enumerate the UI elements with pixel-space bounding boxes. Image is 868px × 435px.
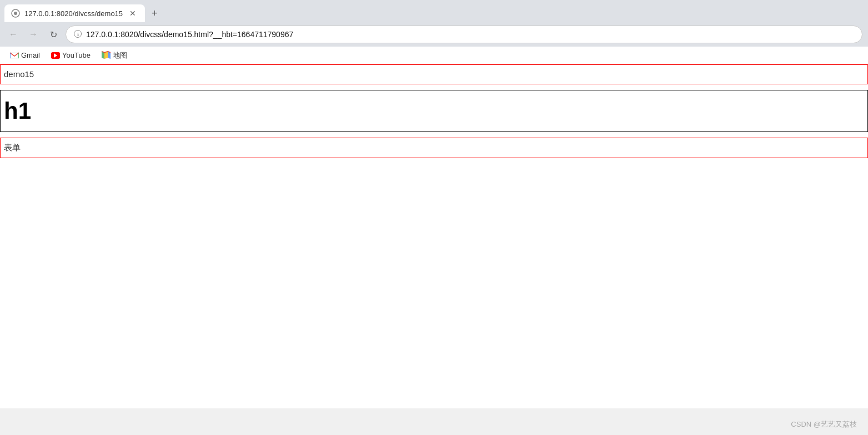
bookmark-gmail-label: Gmail [21, 51, 40, 59]
bookmark-maps[interactable]: 地图 [97, 49, 132, 62]
browser-chrome: 127.0.0.1:8020/divcss/demo15 ✕ + ← → ↻ ℹ… [0, 0, 868, 64]
page-content: demo15 h1 表单 [0, 64, 868, 408]
tab-bar: 127.0.0.1:8020/divcss/demo15 ✕ + [0, 0, 868, 22]
security-icon: ℹ [74, 30, 82, 39]
maps-icon [102, 51, 111, 60]
url-text: 127.0.0.1:8020/divcss/demo15.html?__hbt=… [86, 30, 293, 39]
refresh-button[interactable]: ↻ [46, 27, 61, 42]
tab-close-button[interactable]: ✕ [127, 8, 138, 19]
svg-rect-4 [10, 52, 19, 59]
address-bar[interactable]: ℹ 127.0.0.1:8020/divcss/demo15.html?__hb… [66, 26, 862, 43]
bookmark-youtube-label: YouTube [62, 51, 91, 59]
bookmark-gmail[interactable]: Gmail [6, 49, 44, 62]
gmail-icon [10, 51, 19, 60]
form-section: 表单 [0, 138, 868, 158]
h1-heading: h1 [4, 98, 31, 124]
bookmark-youtube[interactable]: YouTube [47, 49, 95, 62]
new-tab-button[interactable]: + [147, 6, 162, 22]
forward-button[interactable]: → [26, 27, 41, 42]
bookmarks-bar: Gmail YouTube 地图 [0, 47, 868, 64]
form-label: 表单 [4, 143, 21, 152]
svg-point-1 [14, 12, 17, 15]
watermark: CSDN @艺艺又荔枝 [791, 419, 857, 429]
page-title: demo15 [4, 69, 34, 79]
page-title-section: demo15 [0, 64, 868, 84]
bookmark-maps-label: 地图 [113, 50, 127, 60]
tab-title: 127.0.0.1:8020/divcss/demo15 [24, 9, 123, 18]
h1-section: h1 [0, 90, 868, 132]
youtube-icon [51, 51, 60, 60]
back-button[interactable]: ← [6, 27, 21, 42]
active-tab[interactable]: 127.0.0.1:8020/divcss/demo15 ✕ [4, 4, 145, 22]
svg-text:ℹ: ℹ [77, 32, 79, 37]
tab-favicon [11, 9, 20, 18]
address-bar-row: ← → ↻ ℹ 127.0.0.1:8020/divcss/demo15.htm… [0, 22, 868, 47]
